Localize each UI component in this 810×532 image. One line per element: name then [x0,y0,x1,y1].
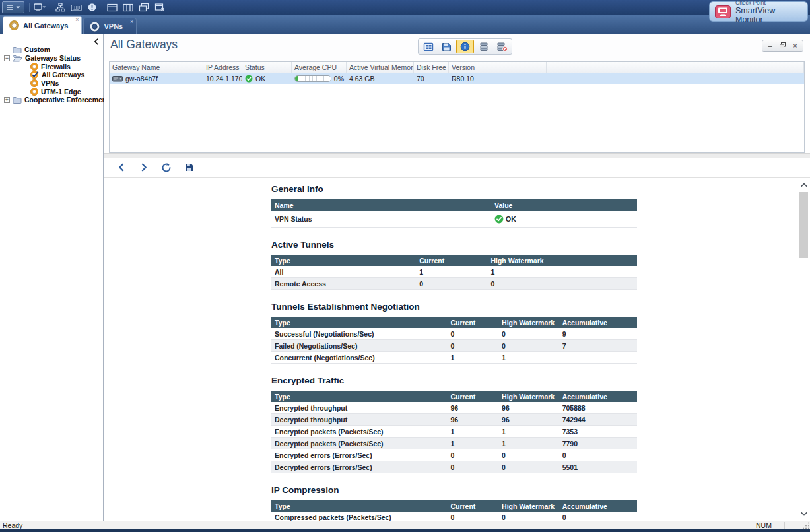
cell: 0 [446,450,498,461]
refresh-button[interactable] [160,162,172,174]
folder-icon [13,46,22,53]
section-column-header: Type [271,391,446,402]
num-lock-indicator: NUM [743,521,784,529]
views-tree: Custom−Gateways StatusFirewallsAll Gatew… [0,34,103,104]
section-table: NameValueVPN StatusOK [271,199,637,228]
column-header-ip-address[interactable]: IP Address [203,62,242,73]
sidebar-item-utm-1-edge[interactable]: UTM-1 Edge [0,87,103,96]
cell: 7790 [558,438,637,449]
table-row: Decrypted errors (Errors/Sec)005501 [271,461,637,473]
status-text: OK [255,75,265,83]
cell: 7353 [558,426,637,437]
scroll-up-icon[interactable] [799,180,809,190]
tab-close-icon[interactable]: × [75,17,79,23]
sidebar-collapse-icon[interactable] [94,38,99,45]
cell: 1 [498,426,558,437]
columns-layout-button[interactable] [120,1,136,13]
keyboard-button[interactable] [68,1,84,13]
tab-bar: All Gateways × VPNs × [0,15,810,34]
table-row: Successful (Negotiations/Sec)009 [271,328,637,340]
tab-vpns[interactable]: VPNs × [83,18,137,34]
restore-icon [780,42,786,48]
gateway-ring-icon [30,79,38,87]
folder-open-icon [13,55,22,62]
status-cell: OK [242,73,292,84]
tree-expander[interactable]: − [4,55,10,61]
app-menu-button[interactable] [2,1,24,13]
section-title: Tunnels Establishment Negotiation [271,302,637,312]
resize-grip[interactable] [801,521,810,529]
rows-layout-button[interactable] [104,1,120,13]
gateway-ring-icon [90,22,100,32]
scroll-down-icon[interactable] [799,509,809,519]
section-column-header: Type [271,501,446,512]
back-button[interactable] [116,162,127,174]
cell: 1 [498,352,558,363]
brand-line1: Check Point [735,0,802,6]
cell: 1 [415,267,487,277]
section-column-header: Accumulative [558,317,637,328]
column-header-active-virtual-memory[interactable]: Active Virtual Memory [347,62,414,73]
close-button[interactable]: × [789,41,801,51]
cell: 96 [446,415,498,425]
folder-icon [13,96,22,104]
column-header-gateway-name[interactable]: Gateway Name [110,62,203,73]
cell: 0 [498,450,558,461]
column-header-status[interactable]: Status [242,62,292,73]
tree-item-label: All Gateways [42,71,84,79]
cell: 1 [498,438,558,449]
info-button[interactable] [456,40,474,53]
gateway-row[interactable]: gw-a84b7f10.24.1.170OK0%4.63 GB70R80.10 [110,73,804,84]
section-column-header: High Watermark [498,501,558,512]
cell: 1 [446,426,498,437]
views-dropdown-button[interactable] [32,1,48,13]
scrollbar-thumb[interactable] [799,192,808,258]
tab-close-icon[interactable]: × [130,19,133,25]
details-view-button[interactable] [419,40,437,53]
sidebar-item-firewalls[interactable]: Firewalls [0,62,103,71]
table-row: Failed (Negotiations/Sec)007 [271,340,637,352]
minimize-button[interactable]: – [764,41,776,51]
column-header-disk-free-[interactable]: Disk Free % [414,62,449,73]
tree-item-label: Custom [24,46,50,53]
tab-all-gateways[interactable]: All Gateways × [3,16,82,34]
version-cell: R80.10 [449,73,547,84]
details-scrollbar[interactable] [799,180,809,519]
toolbar-separator [29,3,30,12]
vpn-report: General InfoNameValueVPN StatusOKActive … [271,184,637,521]
section-column-header: Current [415,255,487,266]
tree-expander[interactable]: + [4,97,10,103]
brand-line2: SmartView Monitor [735,6,802,24]
save-button[interactable] [438,40,456,53]
restore-button[interactable] [776,41,789,51]
gateway-remove-icon [496,42,508,51]
gateway-remove-button[interactable] [493,40,511,53]
gateway-details-button[interactable] [475,40,492,53]
sidebar-item-all-gateways[interactable]: All Gateways [0,71,103,79]
save-icon [442,42,452,51]
column-header-version[interactable]: Version [449,62,547,73]
cell: OK [490,213,637,225]
rows-layout-icon [107,3,118,12]
gateway-table: Gateway NameIP AddressStatusAverage CPUA… [109,61,805,153]
sidebar-item-vpns[interactable]: VPNs [0,79,103,88]
cpu-cell: 0% [292,73,347,84]
cascade-windows-button[interactable] [136,1,152,13]
sidebar-item-cooperative-enforcement[interactable]: +Cooperative Enforcement [0,96,103,104]
sidebar-item-gateways-status[interactable]: −Gateways Status [0,54,103,63]
section-table: TypeCurrentHigh WatermarkAccumulativeEnc… [271,391,637,473]
alert-button[interactable] [84,1,100,13]
forward-button[interactable] [138,162,150,174]
section-table: TypeCurrentHigh WatermarkAccumulativeSuc… [271,317,637,364]
column-header-average-cpu[interactable]: Average CPU [292,62,347,73]
close-window-button[interactable] [152,1,168,13]
table-row: Encrypted throughput9696705888 [271,402,637,414]
cell: Decrypted packets (Packets/Sec) [271,438,446,449]
toolbar-separator [50,3,50,12]
tree-button[interactable] [52,1,68,13]
save-report-button[interactable] [183,162,195,174]
section-encrypted-traffic: Encrypted TrafficTypeCurrentHigh Waterma… [271,376,637,473]
save-report-icon [185,163,193,172]
details-panel: General InfoNameValueVPN StatusOKActive … [104,177,810,521]
sidebar-item-custom[interactable]: Custom [0,46,103,54]
